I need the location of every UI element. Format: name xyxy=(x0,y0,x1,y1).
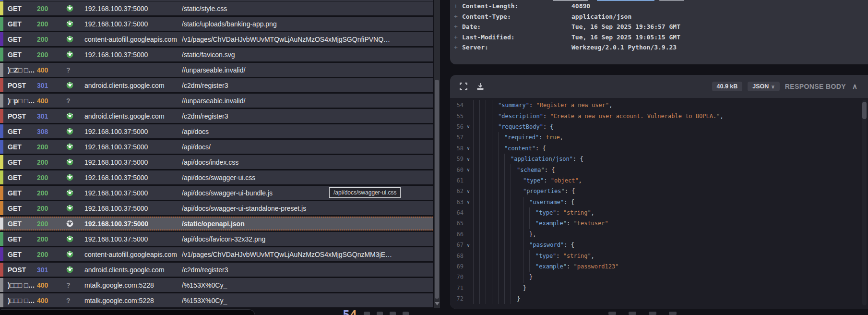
indent-guide xyxy=(492,132,498,143)
host-cell: content-autofill.googleapis.com xyxy=(84,36,182,43)
cut-glyph xyxy=(403,312,409,315)
chevron-down-icon: ∨ xyxy=(771,84,774,89)
row-status-stripe xyxy=(0,293,3,307)
json-code-viewer[interactable]: 54"summary": "Register a new user",55"de… xyxy=(450,98,868,309)
table-row[interactable]: POST301android.clients.google.com/c2dm/r… xyxy=(0,263,433,277)
status-cell: 400 xyxy=(37,97,66,105)
line-number: 65 xyxy=(450,220,464,227)
indent-guide xyxy=(498,250,504,261)
overlay-digit: 5 xyxy=(343,308,350,315)
table-row[interactable]: GET200192.168.100.37:5000/api/docs/swagg… xyxy=(0,170,433,184)
fold-chevron-icon[interactable]: ∨ xyxy=(464,145,473,151)
indent-guide xyxy=(517,261,523,272)
table-row[interactable]: )□□□ □ch…400?mtalk.google.com:5228/%153X… xyxy=(0,293,433,307)
status-cell: 200 xyxy=(37,220,66,228)
table-scrollbar-thumb[interactable] xyxy=(435,80,439,299)
row-status-stripe xyxy=(0,32,3,46)
indent-guide xyxy=(492,261,498,272)
table-row[interactable]: )□p□ □ch…400?//unparseable.invalid/ xyxy=(0,94,433,108)
table-row[interactable]: GET200192.168.100.37:5000/static/uploads… xyxy=(0,17,433,31)
download-icon[interactable] xyxy=(476,82,485,91)
code-token: : { xyxy=(573,156,583,162)
path-cell: /%153X%0Cy_ xyxy=(182,281,433,289)
line-number: 55 xyxy=(450,113,464,120)
path-cell: /api/docs/swagger-ui-standalone-preset.j… xyxy=(182,205,433,212)
header-value: Werkzeug/2.0.1 Python/3.9.23 xyxy=(571,44,868,51)
format-select[interactable]: JSON∨ xyxy=(748,82,779,91)
indent-guide xyxy=(486,272,492,282)
header-name: Date: xyxy=(462,23,571,30)
indent-guide xyxy=(486,218,492,229)
host-cell: mtalk.google.com:5228 xyxy=(84,281,182,289)
code-line: 54"summary": "Register a new user", xyxy=(450,100,868,110)
code-scrollbar-thumb[interactable] xyxy=(862,102,867,119)
table-row[interactable]: POST301android.clients.google.com/c2dm/r… xyxy=(0,78,433,92)
cut-glyph xyxy=(390,312,396,315)
fold-chevron-icon[interactable]: ∨ xyxy=(464,167,473,172)
row-status-stripe xyxy=(0,186,3,200)
table-row[interactable]: GET200content-autofill.googleapis.com/v1… xyxy=(0,247,433,261)
path-cell: //unparseable.invalid/ xyxy=(182,66,433,74)
table-scrollbar[interactable] xyxy=(434,0,440,308)
indent-guide xyxy=(498,132,504,143)
table-row[interactable]: GET200192.168.100.37:5000/api/docs/ xyxy=(0,140,433,154)
table-row[interactable]: )□□□ □ch…400?mtalk.google.com:5228/%153X… xyxy=(0,278,433,292)
code-line: 56∨"requestBody": { xyxy=(450,121,868,132)
host-cell: 192.168.100.37:5000 xyxy=(84,5,182,12)
path-cell: //unparseable.invalid/ xyxy=(182,97,433,105)
response-body-title: RESPONSE BODY xyxy=(785,83,846,90)
method-cell: GET xyxy=(3,5,37,12)
fold-chevron-icon[interactable]: ∨ xyxy=(464,199,473,205)
expand-header-button[interactable]: + xyxy=(454,23,462,30)
line-number: 72 xyxy=(450,295,464,302)
expand-header-button[interactable]: + xyxy=(454,34,462,41)
table-row[interactable]: GET200192.168.100.37:5000/static/openapi… xyxy=(0,217,433,230)
fold-chevron-icon[interactable]: ∨ xyxy=(464,189,473,194)
table-row[interactable]: GET200192.168.100.37:5000/static/favicon… xyxy=(0,48,433,61)
indent-guide xyxy=(486,132,492,143)
host-cell: android.clients.google.com xyxy=(84,82,182,89)
status-cell: 400 xyxy=(37,297,66,304)
method-cell: POST xyxy=(3,266,37,274)
fold-chevron-icon[interactable]: ∨ xyxy=(464,124,473,129)
expand-header-button[interactable]: + xyxy=(454,2,462,10)
table-row[interactable]: GET200192.168.100.37:5000/static/style.c… xyxy=(0,1,433,15)
fold-chevron-icon[interactable]: ∨ xyxy=(464,157,473,162)
request-table-rows: GET200192.168.100.37:5000/static/style.c… xyxy=(0,1,433,307)
table-scrollbar-down-arrow[interactable] xyxy=(435,302,440,305)
indent-guide xyxy=(492,110,498,121)
indent-guide xyxy=(498,175,504,186)
table-row[interactable]: GET308192.168.100.37:5000/api/docs xyxy=(0,124,433,138)
indent-guide xyxy=(511,164,517,175)
line-number: 56 xyxy=(450,123,464,130)
expand-header-button[interactable]: + xyxy=(454,44,462,51)
code-line: 55"description": "Create a new user acco… xyxy=(450,110,868,121)
code-token: "Create a new user account. Vulnerable t… xyxy=(550,113,720,120)
table-row[interactable]: GET200192.168.100.37:5000/api/docs/index… xyxy=(0,155,433,169)
code-line: 65"example": "testuser" xyxy=(450,218,868,229)
indent-guide xyxy=(492,164,498,175)
indent-guide xyxy=(517,283,523,293)
expand-fullscreen-icon[interactable] xyxy=(460,82,468,91)
table-row[interactable]: POST301android.clients.google.com/c2dm/r… xyxy=(0,109,433,123)
indent-guide xyxy=(479,240,486,250)
expand-header-button[interactable]: + xyxy=(454,13,462,20)
table-row[interactable]: GET200content-autofill.googleapis.com/v1… xyxy=(0,32,433,46)
code-scrollbar[interactable] xyxy=(862,100,867,305)
fold-chevron-icon[interactable]: ∨ xyxy=(464,242,473,248)
table-row[interactable]: )□Z□ □ch…400?//unparseable.invalid/ xyxy=(0,63,433,77)
question-icon: ? xyxy=(66,281,84,289)
path-cell: /static/favicon.svg xyxy=(182,51,433,59)
line-number: 62 xyxy=(450,188,464,194)
collapse-section-icon[interactable]: ∧ xyxy=(851,82,858,91)
table-row[interactable]: GET200192.168.100.37:5000/api/docs/swagg… xyxy=(0,201,433,215)
chrome-icon xyxy=(66,235,84,242)
method-cell: GET xyxy=(3,143,37,151)
size-badge: 40.9 kB xyxy=(712,82,743,91)
host-cell: 192.168.100.37:5000 xyxy=(84,174,182,182)
response-header-row: +Content-Type:application/json xyxy=(450,12,868,22)
indent-guide xyxy=(479,197,486,207)
indent-guide xyxy=(479,154,486,164)
table-row[interactable]: GET200192.168.100.37:5000/api/docs/favic… xyxy=(0,232,433,246)
indent-guide xyxy=(498,283,504,293)
